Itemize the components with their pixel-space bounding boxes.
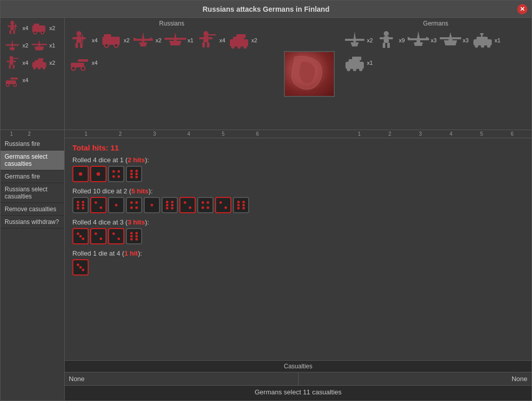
svg-point-115 [118, 176, 120, 178]
roll-3-label: Rolled 4 dice at 3 (3 hits): [72, 218, 524, 226]
phase-germans-fire[interactable]: Germans fire [1, 170, 64, 183]
g-aa-tank-count: x1 [495, 37, 501, 43]
r-tank-count: x2 [251, 37, 257, 43]
svg-rect-28 [34, 60, 42, 64]
svg-point-0 [10, 21, 14, 24]
phase-russians-fire[interactable]: Russians fire [1, 138, 64, 151]
die [215, 197, 231, 213]
svg-rect-25 [12, 58, 19, 59]
truck-count-sidebar: x2 [49, 25, 56, 31]
dice-roll-4: Rolled 1 die at 4 (1 hit): [72, 249, 524, 275]
r-sniper-icon [196, 30, 219, 51]
svg-point-110 [79, 172, 83, 176]
svg-marker-54 [139, 42, 147, 46]
svg-rect-22 [13, 61, 16, 62]
svg-marker-93 [408, 37, 411, 40]
roll-2-hits: 5 hits [131, 187, 149, 195]
die [126, 166, 142, 182]
svg-rect-6 [15, 23, 16, 30]
svg-point-122 [77, 201, 79, 204]
svg-rect-44 [80, 43, 83, 48]
tank-icon-sidebar [30, 55, 49, 71]
phase-list: Russians fire Germans select casualties … [1, 138, 64, 400]
r-fighter-icon [131, 30, 155, 51]
roll-4-hits: 1 hit [124, 249, 138, 257]
svg-point-162 [118, 238, 120, 240]
r-step-1: 1 [69, 131, 103, 137]
svg-point-157 [79, 235, 82, 238]
svg-marker-81 [345, 39, 364, 41]
die [162, 197, 178, 213]
phase-russians-withdraw[interactable]: Russians withdraw? [1, 216, 64, 229]
total-hits: Total hits: 11 [72, 143, 524, 152]
svg-point-30 [33, 67, 36, 69]
svg-point-121 [136, 176, 138, 179]
svg-marker-57 [174, 32, 177, 42]
svg-rect-65 [207, 42, 209, 47]
truck-icon [30, 20, 49, 36]
r-step-3: 3 [138, 131, 172, 137]
r-tank-icon [227, 30, 251, 51]
g-soldier-icon [375, 30, 398, 51]
svg-marker-58 [165, 38, 186, 40]
germany-units-grid: x2 [342, 29, 529, 74]
roll-3-dice [72, 228, 524, 244]
battle-steps-bar: 1 2 3 4 5 6 1 2 3 4 5 6 [65, 130, 531, 138]
die [90, 166, 107, 182]
svg-point-143 [189, 207, 192, 209]
svg-point-118 [130, 173, 133, 176]
casualties-header: Casualties [65, 360, 531, 372]
svg-point-161 [113, 233, 115, 235]
svg-point-146 [202, 207, 204, 209]
die [108, 197, 124, 213]
g-jet: x3 [407, 30, 437, 51]
svg-point-166 [136, 235, 138, 238]
g-aa-tank: x1 [471, 30, 501, 51]
phase-remove-casualties[interactable]: Remove casualties [1, 203, 64, 216]
svg-marker-55 [150, 37, 153, 40]
close-button[interactable]: ✕ [517, 4, 527, 14]
svg-point-117 [136, 170, 138, 172]
svg-marker-13 [11, 39, 13, 47]
sidebar-unit-truck: x2 [30, 20, 56, 36]
svg-point-167 [130, 238, 133, 241]
svg-rect-21 [7, 61, 9, 62]
die [72, 259, 89, 275]
g-step-5: 5 [466, 131, 497, 137]
fighter-icon-sidebar [3, 37, 22, 54]
svg-point-129 [100, 207, 102, 209]
tank-count-sidebar: x2 [49, 60, 56, 66]
svg-point-149 [225, 207, 227, 209]
svg-rect-40 [76, 36, 82, 43]
roll-1-hits: 2 hits [127, 156, 145, 164]
artillery-count-sidebar: x4 [22, 77, 29, 83]
svg-marker-16 [38, 40, 40, 46]
svg-marker-15 [10, 47, 15, 50]
svg-point-130 [115, 204, 118, 207]
r-sniper: x4 [196, 30, 226, 51]
g-fighter: x2 [343, 30, 373, 51]
svg-point-51 [115, 44, 117, 47]
sniper-count-sidebar: x4 [22, 60, 29, 66]
svg-rect-63 [208, 37, 212, 39]
svg-point-111 [97, 172, 100, 176]
svg-point-116 [130, 170, 133, 172]
svg-point-133 [130, 207, 133, 209]
casualties-section: Casualties None None [65, 360, 531, 385]
phase-germans-select-casualties[interactable]: Germans select casualties [1, 151, 64, 170]
roll-2-label: Rolled 10 dice at 2 (5 hits): [72, 187, 524, 195]
sidebar-unit-tank: x2 [30, 55, 56, 71]
svg-point-165 [130, 235, 133, 238]
svg-point-155 [243, 207, 245, 210]
phase-russians-select-casualties[interactable]: Russians select casualties [1, 183, 64, 203]
svg-rect-8 [34, 23, 39, 27]
svg-point-163 [130, 232, 133, 235]
g-aa-tank-icon [471, 30, 494, 51]
svg-point-131 [130, 202, 133, 204]
svg-point-72 [237, 45, 241, 49]
svg-rect-26 [12, 59, 13, 61]
svg-rect-4 [10, 30, 12, 34]
svg-point-152 [237, 204, 240, 207]
svg-point-141 [171, 207, 174, 210]
svg-point-73 [244, 45, 247, 49]
